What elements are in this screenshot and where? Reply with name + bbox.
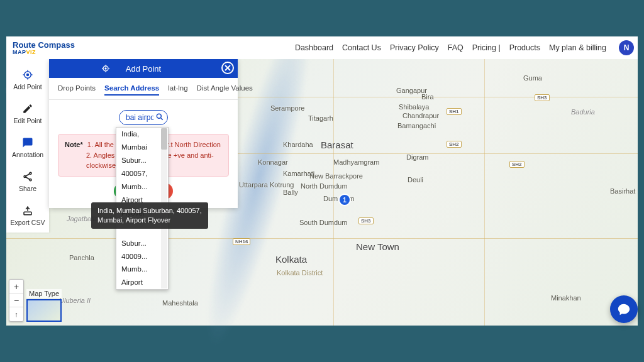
city-label: Madhyamgram: [333, 158, 379, 166]
search-icon[interactable]: [155, 112, 164, 121]
dropdown-option[interactable]: Mumbai: [116, 141, 168, 154]
dropdown-tooltip: India, Mumbai Suburban, 400057,Mumbai, A…: [91, 202, 208, 229]
top-bar: Route Compass MAPVIZ Dashboard Contact U…: [6, 36, 638, 59]
city-label: Titagarh: [308, 114, 333, 122]
svg-rect-5: [24, 212, 31, 215]
chat-icon: [617, 302, 631, 316]
sidebar-export-csv[interactable]: Export CSV: [6, 199, 49, 233]
svg-point-1: [27, 74, 29, 76]
city-label: Chandrapur: [402, 112, 439, 119]
road-shield: SH1: [447, 108, 462, 115]
city-label: Guma: [523, 74, 542, 82]
nav-dashboard[interactable]: Dashboard: [295, 43, 333, 52]
brand-name: Route Compass: [13, 41, 75, 49]
brand-sub: MAPVIZ: [13, 49, 75, 55]
city-label: Konnagar: [258, 158, 288, 166]
svg-point-4: [30, 179, 31, 181]
target-icon: [22, 69, 33, 80]
comment-icon: [22, 137, 33, 148]
city-label: Bira: [421, 93, 434, 101]
panel-title: Add Point: [126, 64, 161, 74]
nav-products[interactable]: Products: [509, 43, 540, 52]
city-label: Bally: [283, 189, 298, 196]
close-icon: [225, 65, 231, 71]
zoom-controls: + − ↑: [9, 279, 24, 322]
road-shield: SH2: [509, 161, 525, 168]
dropdown-option[interactable]: 40009...: [116, 250, 168, 263]
dropdown-option[interactable]: Subur...: [116, 154, 168, 167]
panel-header: Add Point: [49, 59, 238, 78]
road-shield: NH16: [233, 238, 250, 245]
zoom-in-button[interactable]: +: [9, 280, 23, 293]
city-label: Barasat: [321, 140, 353, 150]
chat-button[interactable]: [610, 295, 638, 323]
export-icon: [22, 205, 33, 216]
city-label: South Dumdum: [299, 219, 347, 226]
city-label: Digram: [406, 153, 428, 161]
city-label: New Town: [356, 241, 399, 252]
zoom-out-button[interactable]: −: [9, 293, 23, 307]
city-label: New Barrackpore: [309, 172, 363, 180]
panel-tabs: Drop Points Search Address lat-lng Dist …: [49, 78, 238, 100]
sidebar-annotation[interactable]: Annotation: [6, 131, 49, 165]
city-label: Bamangachi: [397, 122, 436, 129]
city-label: Kolkata District: [277, 269, 323, 277]
tab-search-address[interactable]: Search Address: [104, 84, 159, 96]
brand[interactable]: Route Compass MAPVIZ: [10, 41, 75, 55]
target-icon: [101, 63, 111, 74]
road-shield: SH2: [447, 141, 462, 148]
nav-plan[interactable]: My plan & billing: [549, 43, 606, 52]
close-button[interactable]: [221, 62, 234, 74]
dropdown-option[interactable]: Airport: [116, 276, 168, 289]
sidebar-edit-point[interactable]: Edit Point: [6, 97, 49, 131]
avatar[interactable]: N: [619, 40, 634, 55]
svg-point-3: [24, 176, 26, 178]
nav-contact[interactable]: Contact Us: [342, 43, 381, 52]
dropdown-option[interactable]: Mumb...: [116, 263, 168, 276]
dropdown-option[interactable]: Mumb...: [116, 180, 168, 194]
tab-drop-points[interactable]: Drop Points: [58, 84, 96, 96]
dropdown-option[interactable]: 400057,: [116, 167, 168, 180]
city-label: Dum Dum: [323, 195, 355, 202]
map-stage: Serampore Titagarh Khardaha Konnagar Kam…: [6, 59, 638, 326]
city-label: Uluberia II: [59, 297, 91, 304]
svg-point-8: [157, 114, 161, 118]
city-label: Kolkata: [275, 254, 307, 265]
map-type-thumb[interactable]: [26, 299, 62, 322]
tab-dist-angle[interactable]: Dist Angle Values: [197, 84, 253, 96]
city-label: Serampore: [270, 104, 304, 112]
city-label: Shibalaya: [399, 103, 429, 111]
nav-privacy[interactable]: Privacy Policy: [390, 43, 439, 52]
tab-lat-lng[interactable]: lat-lng: [168, 84, 187, 96]
search-box: [119, 110, 168, 125]
left-sidebar: Add Point Edit Point Annotation Share Ex…: [6, 59, 49, 233]
dropdown-scroll-thumb[interactable]: [161, 128, 167, 150]
sidebar-add-point[interactable]: Add Point: [6, 63, 49, 97]
sidebar-share[interactable]: Share: [6, 165, 49, 199]
road-shield: SH3: [358, 217, 374, 224]
city-label: Maheshtala: [162, 299, 198, 307]
city-label: Panchla: [69, 254, 94, 261]
city-label: Deuli: [408, 176, 423, 184]
nav-links: Dashboard Contact Us Privacy Policy FAQ …: [295, 40, 634, 55]
svg-point-7: [105, 68, 106, 69]
map-type-label: Map Type: [26, 289, 62, 298]
nav-pricing[interactable]: Pricing |: [472, 43, 501, 52]
map-pin-1[interactable]: 1: [340, 195, 350, 205]
pencil-icon: [22, 103, 33, 114]
city-label: Uttarpara Kotrung: [239, 181, 294, 189]
city-label: North Dumdum: [301, 182, 348, 190]
nav-faq[interactable]: FAQ: [448, 43, 464, 52]
svg-point-2: [30, 172, 31, 174]
share-icon: [22, 171, 33, 182]
city-label: Baduria: [571, 108, 595, 116]
dropdown-option[interactable]: Subur...: [116, 237, 168, 250]
road-shield: SH3: [535, 94, 550, 101]
city-label: Minakhan: [551, 294, 581, 302]
city-label: Khardaha: [283, 141, 313, 148]
dropdown-option[interactable]: India,: [116, 128, 168, 141]
city-label: Basirhat: [610, 187, 635, 195]
north-button[interactable]: ↑: [9, 307, 23, 321]
map-type-control[interactable]: Map Type: [26, 287, 62, 322]
